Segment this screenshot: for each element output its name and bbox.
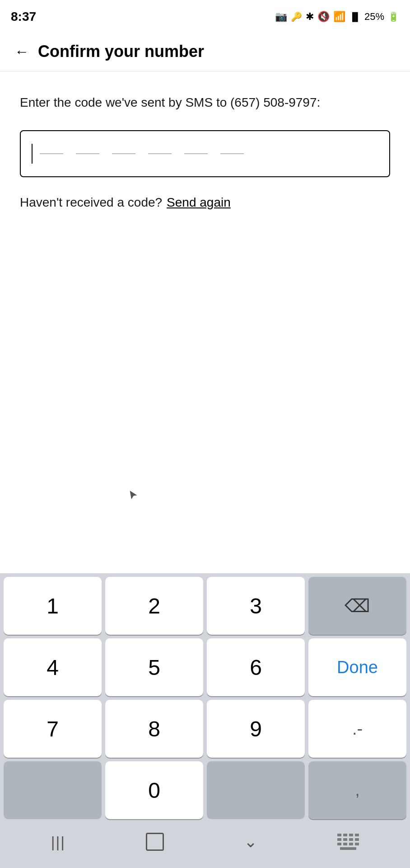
key-1[interactable]: 1 [4, 577, 102, 635]
keyboard-row-4: 0 , [4, 761, 406, 819]
text-cursor [32, 144, 33, 164]
nav-home-icon[interactable] [146, 833, 164, 851]
nav-keyboard-icon[interactable] [337, 834, 359, 850]
mute-icon: 🔇 [317, 11, 330, 23]
main-content: Enter the code we've sent by SMS to (657… [0, 71, 410, 221]
key-0[interactable]: 0 [105, 761, 203, 819]
key-6[interactable]: 6 [207, 638, 305, 696]
back-arrow-icon: ← [14, 44, 29, 59]
status-bar: 8:37 📷 🔑 ✱ 🔇 📶 ▐▌ 25% 🔋 [0, 0, 410, 32]
code-dash-5 [184, 153, 208, 154]
app-bar: ← Confirm your number [0, 32, 410, 71]
key-symbol[interactable]: .- [308, 700, 406, 758]
key-3[interactable]: 3 [207, 577, 305, 635]
resend-section: Haven't received a code? Send again [20, 195, 390, 210]
wifi-icon: 📶 [333, 11, 345, 23]
code-dash-6 [220, 153, 244, 154]
key-empty-left [4, 761, 102, 819]
key-comma[interactable]: , [308, 761, 406, 819]
resend-label: Haven't received a code? [20, 195, 162, 210]
keyboard-row-2: 4 5 6 Done [4, 638, 406, 696]
key-5[interactable]: 5 [105, 638, 203, 696]
backspace-key[interactable]: ⌫ [308, 577, 406, 635]
code-dashes [40, 153, 378, 154]
code-dash-4 [148, 153, 172, 154]
code-dash-1 [40, 153, 63, 154]
camera-icon: 📷 [275, 11, 287, 23]
key-4[interactable]: 4 [4, 638, 102, 696]
code-dash-3 [112, 153, 135, 154]
keyboard-row-3: 7 8 9 .- [4, 700, 406, 758]
key-9[interactable]: 9 [207, 700, 305, 758]
backspace-icon: ⌫ [345, 595, 370, 616]
status-time: 8:37 [11, 9, 36, 24]
nav-back-icon[interactable]: ||| [51, 833, 66, 851]
key-8[interactable]: 8 [105, 700, 203, 758]
instruction-text: Enter the code we've sent by SMS to (657… [20, 93, 390, 112]
send-again-link[interactable]: Send again [167, 195, 231, 210]
status-icons: 📷 🔑 ✱ 🔇 📶 ▐▌ 25% 🔋 [275, 11, 399, 23]
nav-down-icon[interactable]: ⌄ [244, 832, 257, 851]
code-dash-2 [76, 153, 99, 154]
battery-icon: 🔋 [388, 11, 399, 22]
keyboard-row-1: 1 2 3 ⌫ [4, 577, 406, 635]
numeric-keyboard: 1 2 3 ⌫ 4 5 6 Done 7 8 [0, 573, 410, 823]
signal-icon: ▐▌ [349, 12, 361, 22]
key-empty-right [207, 761, 305, 819]
vpn-icon: 🔑 [291, 11, 302, 22]
battery-percent: 25% [364, 11, 384, 23]
key-7[interactable]: 7 [4, 700, 102, 758]
nav-bar: ||| ⌄ [0, 823, 410, 868]
back-button[interactable]: ← [11, 41, 33, 62]
page-title: Confirm your number [38, 42, 204, 61]
key-2[interactable]: 2 [105, 577, 203, 635]
bluetooth-icon: ✱ [306, 11, 314, 23]
done-key[interactable]: Done [308, 638, 406, 696]
code-input-box[interactable] [20, 130, 390, 177]
